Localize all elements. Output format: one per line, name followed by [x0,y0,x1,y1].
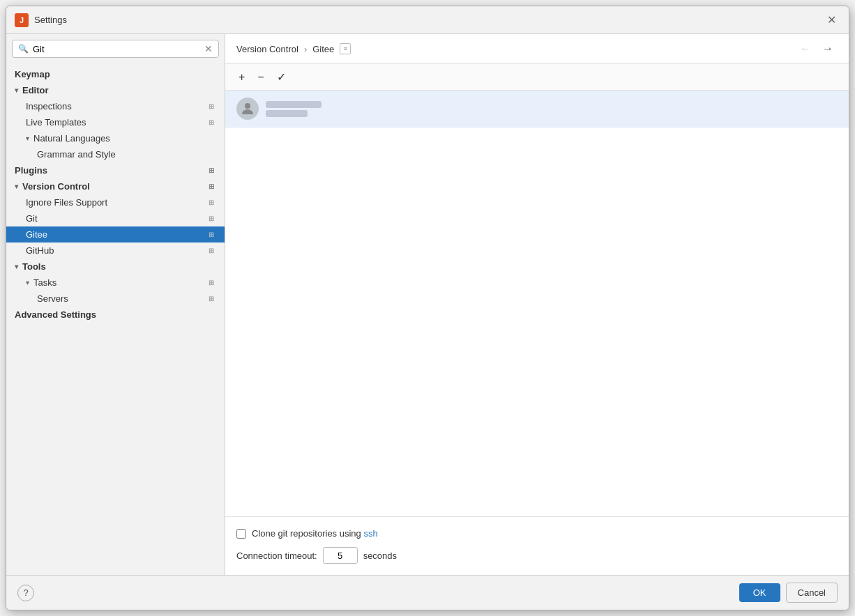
sidebar-item-inspections[interactable]: Inspections ⊞ [6,98,225,114]
sidebar-item-github[interactable]: GitHub ⊞ [6,242,225,259]
collapse-arrow-tools: ▾ [15,263,18,270]
remove-account-button[interactable]: − [252,69,268,86]
dialog-title: Settings [34,15,817,25]
breadcrumb-separator: › [304,44,307,54]
settings-icon-tasks: ⊞ [206,278,216,288]
breadcrumb-nav: ← → [796,41,838,56]
sidebar-item-ignore-files-support[interactable]: Ignore Files Support ⊞ [6,194,225,210]
account-info [266,101,321,117]
help-button[interactable]: ? [17,585,34,601]
sidebar-item-advanced-settings[interactable]: Advanced Settings [6,307,225,323]
search-icon: 🔍 [18,44,29,54]
settings-icon-github: ⊞ [206,246,216,256]
footer: ? OK Cancel [6,575,849,610]
sidebar-item-editor[interactable]: ▾ Editor [6,82,225,98]
breadcrumb-bar: Version Control › Gitee ≡ ← → [225,34,849,64]
app-icon: J [15,13,29,27]
main-panel: Version Control › Gitee ≡ ← → + − ✓ [225,34,849,575]
timeout-row: Connection timeout: seconds [236,547,838,564]
account-name [266,101,321,108]
settings-icon-live-templates: ⊞ [206,118,216,128]
forward-button[interactable]: → [818,41,838,56]
sidebar-item-version-control[interactable]: ▾ Version Control ⊞ [6,178,225,194]
settings-icon-gitee: ⊞ [206,230,216,240]
sidebar-item-keymap[interactable]: Keymap [6,66,225,82]
settings-icon-plugins: ⊞ [206,166,216,176]
sidebar-item-tasks[interactable]: ▾ Tasks ⊞ [6,275,225,291]
collapse-arrow-tasks: ▾ [26,279,29,286]
close-button[interactable]: ✕ [823,12,840,28]
search-box: 🔍 ✕ [12,40,219,58]
content-area: 🔍 ✕ Keymap ▾ Editor Inspections ⊞ [6,34,849,575]
sidebar-item-natural-languages[interactable]: ▾ Natural Languages [6,130,225,146]
nav-list: Keymap ▾ Editor Inspections ⊞ Live Templ… [6,63,225,325]
add-account-button[interactable]: + [234,69,250,86]
timeout-label: Connection timeout: [236,550,317,561]
ssh-link[interactable]: ssh [363,528,377,539]
sidebar-item-grammar-and-style[interactable]: Grammar and Style [6,146,225,162]
avatar [236,98,259,120]
timeout-input[interactable] [323,547,358,564]
collapse-arrow-vc: ▾ [15,183,18,190]
breadcrumb-version-control[interactable]: Version Control [236,44,298,54]
svg-point-0 [245,103,250,109]
clone-ssh-checkbox[interactable] [236,529,246,539]
account-email [266,110,308,117]
back-button[interactable]: ← [796,41,815,56]
clone-ssh-label: Clone git repositories using ssh [252,528,378,539]
search-clear-button[interactable]: ✕ [204,43,213,54]
account-row[interactable] [225,91,849,128]
bottom-options: Clone git repositories using ssh Connect… [225,516,849,575]
settings-icon-servers: ⊞ [206,294,216,304]
breadcrumb-menu-icon[interactable]: ≡ [340,43,351,54]
clone-ssh-row: Clone git repositories using ssh [236,528,838,539]
settings-icon-vc: ⊞ [206,182,216,192]
settings-icon-ignore: ⊞ [206,198,216,208]
sidebar-item-plugins[interactable]: Plugins ⊞ [6,162,225,178]
sidebar-item-tools[interactable]: ▾ Tools [6,259,225,275]
sidebar-item-gitee[interactable]: Gitee ⊞ [6,226,225,242]
settings-icon-inspections: ⊞ [206,102,216,111]
cancel-button[interactable]: Cancel [786,583,838,603]
toolbar: + − ✓ [225,64,849,91]
settings-dialog: J Settings ✕ 🔍 ✕ Keymap ▾ Editor [6,6,849,610]
timeout-unit: seconds [363,550,397,561]
accounts-list [225,91,849,516]
breadcrumb-gitee[interactable]: Gitee [312,44,334,54]
footer-left: ? [17,585,34,601]
search-input[interactable] [33,44,200,54]
settings-icon-git: ⊞ [206,214,216,224]
ok-button[interactable]: OK [739,583,780,602]
collapse-arrow-editor: ▾ [15,86,18,94]
sidebar-item-git[interactable]: Git ⊞ [6,210,225,226]
sidebar-item-live-templates[interactable]: Live Templates ⊞ [6,114,225,130]
sidebar-item-servers[interactable]: Servers ⊞ [6,291,225,307]
collapse-arrow-natural-languages: ▾ [26,134,29,142]
verify-button[interactable]: ✓ [272,68,291,86]
sidebar: 🔍 ✕ Keymap ▾ Editor Inspections ⊞ [6,34,225,575]
title-bar: J Settings ✕ [6,6,849,34]
